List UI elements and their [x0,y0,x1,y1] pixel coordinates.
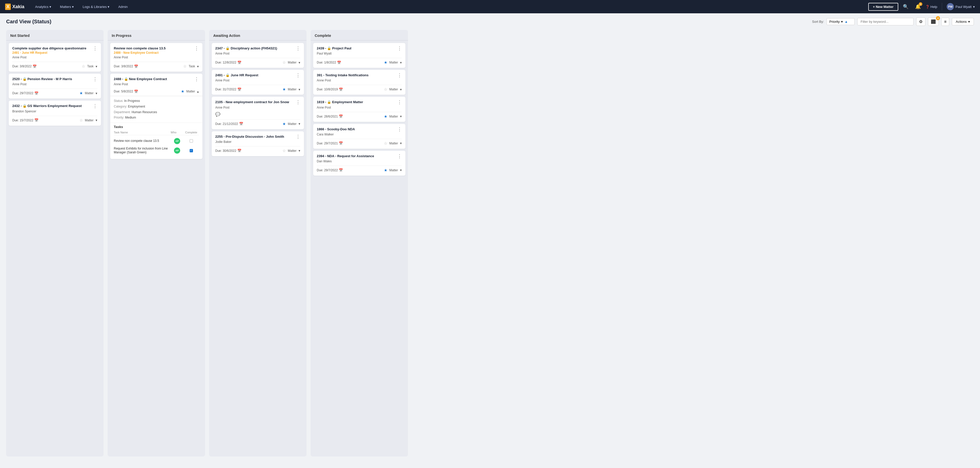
card-c-5[interactable]: 2394 - NDA - Request for Assistance Dan … [313,151,406,176]
star-icon[interactable]: ★ [80,91,83,95]
sort-select[interactable]: Priority ▾ ▲ [826,18,855,25]
card-ns-1[interactable]: Complete supplier due diligence question… [9,43,101,72]
card-type-label: Matter [389,115,398,118]
expand-icon[interactable] [299,87,301,91]
star-icon[interactable]: ☆ [183,64,186,68]
star-icon[interactable]: ☆ [80,118,83,123]
card-title: 2520 - 🔒 Pension Review - M P Harris [12,77,72,81]
more-menu-icon[interactable]: ⋮ [296,100,301,105]
card-person: Cara Walker [317,133,355,136]
calendar-icon: 📅 [134,65,138,68]
task-who: AP [171,138,183,144]
due-label: Due: 5/8/2022 [114,90,133,93]
task-complete[interactable] [183,139,199,143]
card-ip-2[interactable]: 2488 - 🔒 New Employee Contract Anne Post… [110,74,202,159]
star-icon[interactable]: ☆ [82,64,85,68]
calendar-icon: 📅 [34,118,38,122]
export-button[interactable]: ⬛ 4 [928,17,939,26]
more-menu-icon[interactable]: ⋮ [397,46,402,51]
card-type-label: Matter [288,149,296,152]
card-type-label: Matter [288,87,296,91]
more-menu-icon[interactable]: ⋮ [296,73,301,78]
column-cards-awaiting-action: 2347 - 🔒 Disciplinary action (FH54321) A… [209,40,307,156]
filter-input[interactable] [857,18,914,25]
expand-icon[interactable] [299,61,301,65]
expand-icon[interactable] [197,65,199,68]
more-menu-icon[interactable]: ⋮ [93,46,97,51]
star-icon[interactable]: ★ [384,168,387,173]
star-icon[interactable]: ★ [384,114,387,119]
chevron-down-icon: ▾ [968,20,970,24]
card-aa-3[interactable]: 2105 - New employment contract for Jon S… [212,97,304,129]
star-icon[interactable]: ★ [282,87,286,92]
collapse-icon[interactable] [197,90,199,94]
expand-icon[interactable] [400,87,402,91]
chat-icon[interactable]: 💬 [215,112,220,116]
star-icon[interactable]: ★ [384,60,387,65]
nav-admin[interactable]: Admin [115,3,131,10]
card-ns-3[interactable]: 2432 - 🔒 GS Warriors Employment Request … [9,101,101,125]
card-c-2[interactable]: 391 - Testing Intake Notifications Anne … [313,70,406,95]
more-menu-icon[interactable]: ⋮ [397,127,402,132]
expand-icon[interactable] [95,118,97,122]
expand-icon[interactable] [299,122,301,126]
card-ip-1[interactable]: Review non compete clause 13.5 2488 - Ne… [110,43,202,72]
card-person: Anne Post [12,56,86,59]
task-complete[interactable] [183,149,199,152]
filter-button[interactable]: ⚙ [916,17,926,26]
list-view-button[interactable]: ≡ [941,17,949,26]
star-icon[interactable]: ☆ [384,87,387,92]
card-aa-4[interactable]: 2255 - Pre-Dispute Discussion - John Smi… [212,131,304,156]
more-menu-icon[interactable]: ⋮ [93,77,97,81]
due-label: Due: 29/7/2022 [12,91,33,95]
expand-icon[interactable] [400,168,402,172]
nav-analytics[interactable]: Analytics ▾ [32,3,54,10]
checkbox-unchecked[interactable] [189,139,193,143]
page-header: Card View (Status) Sort By: Priority ▾ ▲… [0,13,980,28]
star-icon[interactable]: ☆ [282,60,286,65]
star-icon[interactable]: ☆ [384,141,387,146]
column-complete: Complete 2439 - 🔒 Project Paul Paul Wyat… [310,30,408,457]
star-icon[interactable]: ☆ [282,149,286,153]
list-icon: ≡ [944,19,947,24]
card-type-label: Task [189,65,195,68]
card-ns-2[interactable]: 2520 - 🔒 Pension Review - M P Harris Ann… [9,74,101,98]
expand-icon[interactable] [400,114,402,118]
more-menu-icon[interactable]: ⋮ [397,100,402,105]
avatar: AP [174,138,180,144]
expand-icon[interactable] [95,65,97,68]
card-aa-1[interactable]: 2347 - 🔒 Disciplinary action (FH54321) A… [212,43,304,68]
logo[interactable]: X Xakia [5,3,24,10]
search-button[interactable]: 🔍 [901,3,910,11]
calendar-icon: 📅 [237,149,242,152]
actions-button[interactable]: Actions ▾ [952,18,974,25]
card-type-label: Task [87,65,94,68]
expand-icon[interactable] [400,61,402,65]
card-c-1[interactable]: 2439 - 🔒 Project Paul Paul Wyatt ⋮ Due: … [313,43,406,68]
nav-logs-libraries[interactable]: Logs & Libraries ▾ [80,3,113,10]
expand-icon[interactable] [299,149,301,152]
card-aa-2[interactable]: 2491 - 🔒 June HR Request Anne Post ⋮ Due… [212,70,304,95]
help-button[interactable]: ❓ Help [926,5,937,9]
checkbox-checked[interactable] [189,149,193,152]
expand-icon[interactable] [95,91,97,95]
new-matter-button[interactable]: + New Matter [868,3,898,11]
nav-matters[interactable]: Matters ▾ [57,3,77,10]
more-menu-icon[interactable]: ⋮ [397,73,402,78]
card-c-4[interactable]: 1866 - Scooby-Doo NDA Cara Walker ⋮ Due:… [313,124,406,149]
star-icon[interactable]: ★ [282,122,286,126]
due-label: Due: 29/7/2022 [317,168,338,172]
user-menu[interactable]: PW Paul Wyatt ▾ [947,3,975,10]
more-menu-icon[interactable]: ⋮ [194,77,199,81]
more-menu-icon[interactable]: ⋮ [93,104,97,108]
star-icon[interactable]: ★ [181,89,184,94]
notifications-button[interactable]: 🔔 1 [913,3,923,11]
card-c-3[interactable]: 1819 - 🔒 Employment Matter Anne Post ⋮ D… [313,97,406,122]
more-menu-icon[interactable]: ⋮ [296,135,301,139]
more-menu-icon[interactable]: ⋮ [296,46,301,51]
board: Not Started Complete supplier due dilige… [0,28,980,463]
due-label: Due: 31/7/2022 [215,87,236,91]
expand-icon[interactable] [400,141,402,145]
more-menu-icon[interactable]: ⋮ [397,154,402,159]
more-menu-icon[interactable]: ⋮ [194,46,199,51]
